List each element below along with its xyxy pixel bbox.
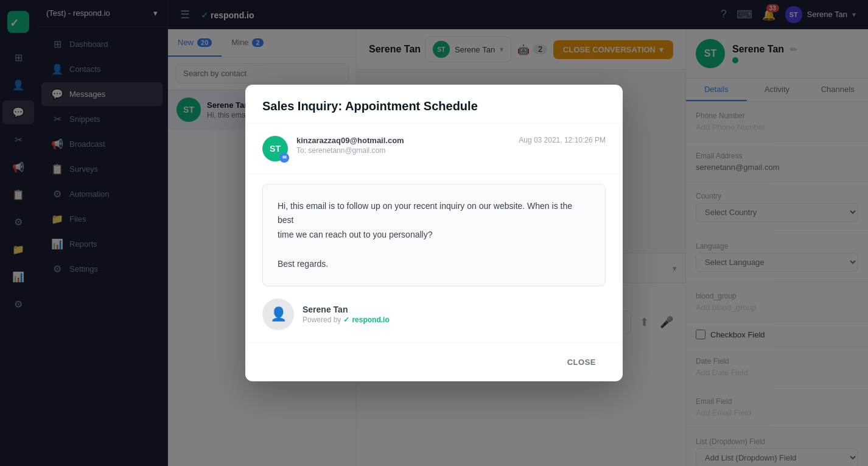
signature-avatar: 👤 [262, 298, 294, 330]
email-from: kinzarazzaq09@hotmail.com [296, 136, 510, 145]
email-signature: 👤 Serene Tan Powered by ✓ respond.io [262, 298, 606, 330]
respond-io-logo: ✓ respond.io [343, 316, 389, 324]
modal-close-button[interactable]: CLOSE [558, 353, 606, 372]
signature-name: Serene Tan [303, 305, 390, 314]
modal-footer: CLOSE [245, 342, 623, 381]
signature-powered: Powered by ✓ respond.io [303, 316, 390, 324]
email-body-line2: time we can reach out to you personally? [278, 228, 590, 242]
email-body-line1: Hi, this email is to follow up on your r… [278, 199, 590, 228]
email-timestamp: Aug 03 2021, 12:10:26 PM [519, 136, 606, 144]
modal-title: Sales Inquiry: Appointment Schedule [262, 99, 606, 113]
email-channel-icon: ✉ [279, 153, 289, 163]
email-meta: ST ✉ kinzarazzaq09@hotmail.com To: seren… [245, 124, 623, 174]
signature-info: Serene Tan Powered by ✓ respond.io [303, 305, 390, 324]
email-meta-info: kinzarazzaq09@hotmail.com To: serenetann… [296, 136, 510, 155]
email-to: To: serenetann@gmail.com [296, 146, 510, 155]
modal-header: Sales Inquiry: Appointment Schedule [245, 85, 623, 124]
sender-avatar: ST ✉ [262, 136, 288, 161]
email-body: Hi, this email is to follow up on your r… [262, 184, 606, 287]
email-body-regards: Best regards. [278, 257, 590, 272]
modal-overlay[interactable]: Sales Inquiry: Appointment Schedule ST ✉… [0, 0, 868, 466]
email-preview-modal: Sales Inquiry: Appointment Schedule ST ✉… [245, 85, 623, 382]
modal-body: ST ✉ kinzarazzaq09@hotmail.com To: seren… [245, 124, 623, 343]
